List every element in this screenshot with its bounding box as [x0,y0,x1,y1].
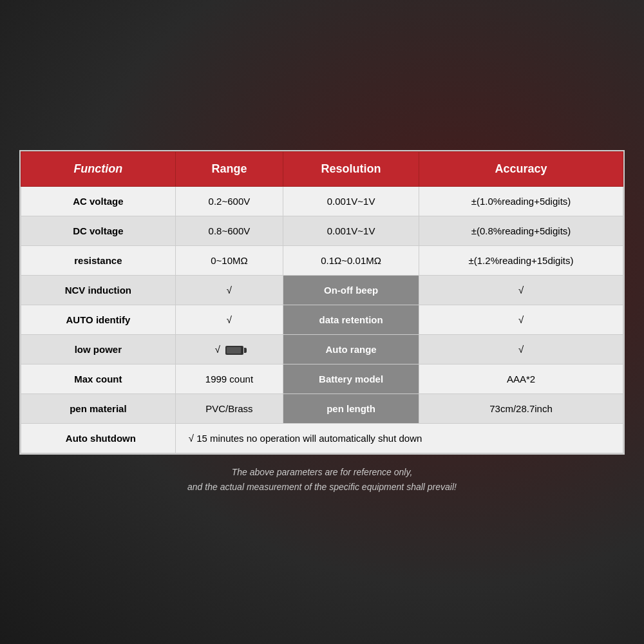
cell-max-count-col3: Battery model [283,365,419,394]
cell-ncv-induction-col4: √ [419,276,623,305]
cell-pen-material-col3: pen length [283,394,419,424]
cell-auto-identify-col1: AUTO identify [21,305,176,335]
cell-resistance-col4: ±(1.2%reading+15digits) [419,246,623,276]
table-header-row: Function Range Resolution Accuracy [21,152,623,187]
header-function: Function [21,152,176,187]
header-resolution: Resolution [283,152,419,187]
cell-ac-voltage-col4: ±(1.0%reading+5digits) [419,187,623,216]
cell-auto-identify-col3: data retention [283,305,419,335]
table-row-max-count: Max count 1999 count Battery model AAA*2 [21,365,623,394]
cell-ac-voltage-col2: 0.2~600V [175,187,283,216]
cell-ncv-induction-col1: NCV induction [21,276,176,305]
specs-table-container: Function Range Resolution Accuracy AC vo… [19,150,625,455]
cell-dc-voltage-col1: DC voltage [21,216,176,246]
cell-ncv-induction-col2: √ [175,276,283,305]
cell-ac-voltage-col1: AC voltage [21,187,176,216]
cell-auto-identify-col4: √ [419,305,623,335]
header-range: Range [175,152,283,187]
cell-dc-voltage-col3: 0.001V~1V [283,216,419,246]
cell-pen-material-col1: pen material [21,394,176,424]
table-row-ac-voltage: AC voltage 0.2~600V 0.001V~1V ±(1.0%read… [21,187,623,216]
table-row-auto-shutdown: Auto shutdown √ 15 minutes no operation … [21,424,623,453]
cell-auto-shutdown-col1: Auto shutdown [21,424,176,453]
cell-auto-shutdown-col2: √ 15 minutes no operation will automatic… [175,424,623,453]
header-accuracy: Accuracy [419,152,623,187]
content-wrapper: Function Range Resolution Accuracy AC vo… [19,150,625,494]
cell-dc-voltage-col2: 0.8~600V [175,216,283,246]
cell-pen-material-col4: 73cm/28.7inch [419,394,623,424]
cell-resistance-col1: resistance [21,246,176,276]
footer-text: The above parameters are for reference o… [187,465,457,494]
table-row-ncv-induction: NCV induction √ On-off beep √ [21,276,623,305]
cell-low-power-col4: √ [419,335,623,365]
cell-pen-material-col2: PVC/Brass [175,394,283,424]
cell-auto-identify-col2: √ [175,305,283,335]
cell-low-power-col3: Auto range [283,335,419,365]
table-row-low-power: low power √ Auto range √ [21,335,623,365]
table-row-dc-voltage: DC voltage 0.8~600V 0.001V~1V ±(0.8%read… [21,216,623,246]
cell-low-power-col1: low power [21,335,176,365]
cell-low-power-col2: √ [175,335,283,365]
table-row-pen-material: pen material PVC/Brass pen length 73cm/2… [21,394,623,424]
cell-dc-voltage-col4: ±(0.8%reading+5digits) [419,216,623,246]
cell-resistance-col2: 0~10MΩ [175,246,283,276]
specs-table: Function Range Resolution Accuracy AC vo… [21,151,623,453]
cell-ac-voltage-col3: 0.001V~1V [283,187,419,216]
cell-max-count-col1: Max count [21,365,176,394]
table-row-auto-identify: AUTO identify √ data retention √ [21,305,623,335]
cell-ncv-induction-col3: On-off beep [283,276,419,305]
cell-resistance-col3: 0.1Ω~0.01MΩ [283,246,419,276]
cell-max-count-col2: 1999 count [175,365,283,394]
battery-icon [225,346,243,355]
table-row-resistance: resistance 0~10MΩ 0.1Ω~0.01MΩ ±(1.2%read… [21,246,623,276]
cell-max-count-col4: AAA*2 [419,365,623,394]
